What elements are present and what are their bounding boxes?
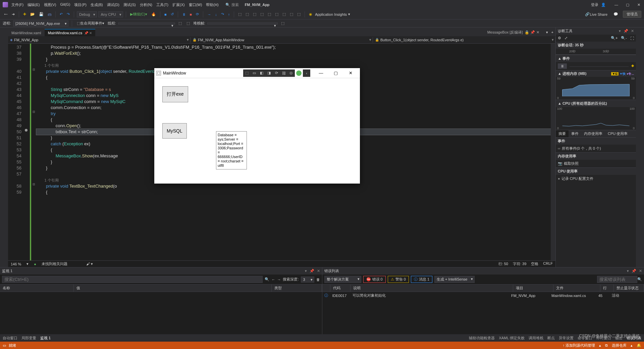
connection-string-textbox[interactable]: Database = sys;Server = localhost;Port =… (216, 131, 247, 169)
err-col[interactable]: 行 (600, 285, 614, 292)
tool-1[interactable]: ⬚ (237, 11, 243, 17)
diag-tab[interactable]: 摘要 (556, 130, 569, 137)
panel-close-icon[interactable]: ✕ (631, 29, 634, 33)
add-icon[interactable]: + (551, 30, 553, 34)
nav-next-icon[interactable]: → (277, 278, 281, 282)
events-header[interactable]: 事件 (562, 56, 570, 60)
record-cpu-button[interactable]: 记录 CPU 配置文件 (561, 177, 593, 181)
live-share-button[interactable]: 🔗 Live Share (584, 11, 609, 17)
break-all-button[interactable]: ⏸ (181, 12, 187, 17)
nav-prev-icon[interactable]: ← (271, 278, 275, 282)
saveall-button[interactable]: 🗃 (46, 12, 53, 17)
chevron-left-icon[interactable]: ‹ (303, 69, 310, 77)
xaml-binding-icon[interactable]: ⛓ (280, 69, 287, 77)
stackframe-tool[interactable]: ⬚ (280, 20, 286, 26)
tool-6[interactable]: ⬚ (274, 11, 280, 17)
pause-events-button[interactable]: ⏸ (558, 63, 567, 69)
err-col[interactable]: 代码 (330, 285, 351, 292)
doc-tab[interactable]: MainWindow.xaml.cs 📌 ✕ (45, 29, 95, 36)
nav-member[interactable]: 🔒Button_Click_1(object sender, RoutedEve… (373, 37, 555, 43)
menu-b[interactable]: 生成(B) (91, 2, 103, 7)
cpu-header[interactable]: CPU (所有处理器的百分比) (562, 101, 607, 105)
step-into-button[interactable]: ↓ (214, 12, 218, 17)
gear-icon[interactable]: ⚙ (558, 36, 561, 40)
events-body[interactable]: 所有事件(0 个，共 0 个) (562, 146, 601, 150)
menu-v[interactable]: 视图(V) (44, 2, 56, 7)
tool-7[interactable]: ⬚ (281, 11, 287, 17)
menu-d[interactable]: 调试(D) (107, 2, 119, 7)
display-layout-icon[interactable]: ◧ (258, 69, 265, 77)
memory-header[interactable]: 进程内存 (MB) (562, 71, 587, 76)
zoom-in-icon[interactable]: 🔍+ (611, 36, 618, 40)
infos-toggle[interactable]: ⓘ消息 1 (411, 276, 432, 283)
open-exe-button[interactable]: 打开exe (162, 86, 188, 102)
config-dropdown[interactable]: Debug (77, 11, 97, 17)
err-col[interactable]: 禁止显示状态 (614, 285, 644, 292)
scroll-map[interactable] (551, 44, 555, 260)
show-next-statement-button[interactable]: → (206, 12, 212, 17)
save-button[interactable]: 💾 (38, 11, 45, 17)
minimize-button[interactable]: ― (614, 3, 619, 7)
restart-button[interactable]: ⟳ (195, 11, 200, 17)
source-control-button[interactable]: ↑ 添加到源代码管理 (562, 343, 595, 348)
tool-5[interactable]: ⬚ (266, 11, 272, 17)
undo-button[interactable]: ↶ (58, 11, 64, 17)
diag-tab[interactable]: 事件 (569, 130, 581, 137)
errorlist-search-input[interactable] (597, 276, 637, 283)
brush-icon[interactable]: 🖌 ▾ (86, 262, 93, 266)
menu-t[interactable]: 工具(T) (156, 2, 168, 7)
diag-tab[interactable]: CPU 使用率 (605, 130, 630, 137)
tool-2[interactable]: ⬚ (244, 11, 250, 17)
err-row[interactable]: ⓘIDE0017可以简化对象初始化FM_NVM_AppMainWindow.xa… (322, 292, 644, 299)
admin-button[interactable]: 管理员 (623, 11, 641, 18)
depth-dropdown[interactable]: 3 (301, 277, 314, 283)
stop-button[interactable]: ■ (163, 12, 168, 17)
step-out-button[interactable]: ↑ (227, 12, 231, 17)
mysql-button[interactable]: MySQL (162, 123, 187, 139)
select-element-icon[interactable]: ▭ (251, 69, 258, 77)
bell-icon[interactable]: 🔔 (637, 343, 641, 348)
menu-e[interactable]: 编辑(E) (28, 2, 40, 7)
step-over-button[interactable]: ↷ (220, 11, 225, 17)
user-icon[interactable]: 👤 (601, 3, 606, 7)
left-tool-tabs[interactable] (0, 28, 8, 267)
live-tree-icon[interactable]: ⬚ (243, 69, 251, 77)
stackframe-dropdown[interactable] (207, 22, 278, 24)
eol-mode[interactable]: CRLF (543, 261, 553, 266)
footer-tab[interactable]: 辅助功能检查器 (469, 336, 495, 341)
watch-col[interactable]: 值 (74, 285, 272, 292)
debuggee-window[interactable]: MainWindow ⬚ ▭ ◧ ◨ ⟳ ⛓ ◎ ‹ ― ▢ ✕ 打开exe M… (154, 68, 360, 184)
err-col[interactable] (322, 285, 330, 292)
err-col[interactable]: 文件 (553, 285, 600, 292)
cursor-col[interactable]: 字符: 39 (513, 261, 526, 266)
tool-4[interactable]: ⬚ (259, 11, 265, 17)
menu-p[interactable]: 项目(P) (74, 2, 87, 7)
cpu-chart[interactable] (556, 110, 636, 127)
footer-tab[interactable]: 局部变量 (21, 336, 36, 341)
thread-tool-2[interactable]: ⬚ (185, 20, 191, 26)
redo-button[interactable]: ↷ (65, 11, 71, 17)
footer-tab[interactable]: 断点 (547, 336, 555, 341)
stop-debug-button[interactable]: ■ (189, 12, 194, 17)
scan-icon[interactable]: ◎ (287, 69, 295, 77)
repo-select-button[interactable]: 选择仓库 (612, 343, 627, 348)
search-icon[interactable]: 🔍 (637, 277, 642, 282)
timeline-ruler[interactable]: 20秒 30秒 (556, 49, 636, 55)
tool-3[interactable]: ⬚ (252, 11, 258, 17)
warnings-toggle[interactable]: ⚠警告 0 (388, 276, 409, 283)
panel-dropdown-icon[interactable]: ▾ (619, 29, 621, 33)
reset-zoom-icon[interactable]: ⛶ (630, 36, 634, 40)
indent-mode[interactable]: 空格 (531, 261, 538, 266)
footer-tab[interactable]: 调用堆栈 (529, 336, 543, 341)
window-options-icon[interactable]: ▾ (546, 30, 548, 35)
right-tool-tabs[interactable] (636, 28, 644, 267)
err-col[interactable]: 项目 (513, 285, 553, 292)
global-search[interactable]: 🔍 搜索 (225, 2, 239, 7)
thread-dropdown[interactable] (118, 22, 175, 24)
tool-9[interactable]: ⬚ (296, 11, 302, 17)
doc-tab[interactable]: MainWindow.xaml (8, 29, 45, 36)
thread-tool-1[interactable]: ⬚ (177, 20, 183, 26)
err-col[interactable]: 说明 (351, 285, 514, 292)
close-button[interactable]: ✕ (637, 3, 641, 7)
watch-col[interactable]: 名称 (0, 285, 74, 292)
